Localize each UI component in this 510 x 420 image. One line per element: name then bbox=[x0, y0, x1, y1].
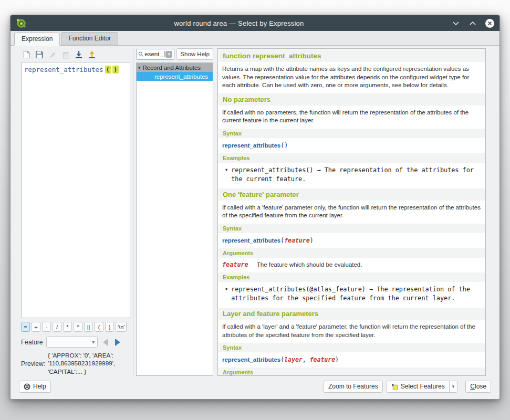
zoom-to-features-button[interactable]: Zoom to Features bbox=[324, 381, 383, 393]
help-example-15: represent_attributes(@atlas_feature) → T… bbox=[218, 283, 485, 307]
import-expressions-button[interactable] bbox=[74, 49, 84, 60]
export-expressions-button[interactable] bbox=[87, 49, 97, 60]
help-heading-0: function represent_attributes bbox=[218, 49, 485, 62]
operator-button-9[interactable]: '\n' bbox=[116, 322, 127, 332]
function-help-panel: function represent_attributesReturns a m… bbox=[217, 48, 486, 376]
tab-function-editor[interactable]: Function Editor bbox=[61, 32, 118, 45]
help-syntax-11: represent_attributes(feature) bbox=[218, 234, 485, 247]
help-heading-18: Syntax bbox=[218, 343, 485, 352]
operator-button-7[interactable]: ( bbox=[95, 322, 103, 332]
feature-bar: Feature ▾ bbox=[21, 337, 130, 348]
preview-bar: Preview: { 'APPROX': '0', 'AREA': '110,8… bbox=[21, 352, 130, 376]
edit-expression-button bbox=[47, 49, 58, 60]
tree-expander-icon[interactable]: ▾ bbox=[138, 65, 141, 70]
tab-bar: Expression Function Editor bbox=[11, 31, 499, 46]
tree-group-label: Record and Attributes bbox=[143, 65, 201, 71]
expression-toolbar bbox=[21, 48, 130, 61]
select-by-expression-dialog: world round area — Select by Expression … bbox=[10, 15, 500, 400]
chevron-down-icon: ▾ bbox=[92, 339, 95, 345]
operator-button-6[interactable]: || bbox=[84, 322, 93, 332]
operator-button-1[interactable]: + bbox=[32, 322, 40, 332]
panel-splitter[interactable] bbox=[130, 48, 136, 376]
search-icon bbox=[138, 51, 143, 57]
footer-bar: Help Zoom to Features Select Features ▾ … bbox=[11, 379, 499, 399]
titlebar: world round area — Select by Expression bbox=[11, 15, 499, 31]
expression-open-paren: ( bbox=[105, 66, 111, 74]
function-search-input[interactable]: esent_a ✕ bbox=[136, 49, 174, 60]
help-heading-12: Arguments bbox=[218, 248, 485, 258]
help-paragraph-9: If called with a 'feature' parameter onl… bbox=[218, 202, 485, 223]
expression-function-name: represent_attributes bbox=[24, 66, 103, 74]
function-list-column: esent_a ✕ Show Help ▾ Record and Attribu… bbox=[136, 48, 213, 376]
help-heading-2: No parameters bbox=[218, 93, 485, 106]
new-expression-button[interactable] bbox=[21, 49, 32, 60]
function-tree: ▾ Record and Attributes represent_attrib… bbox=[136, 62, 213, 376]
help-example-7: represent_attributes() → The representat… bbox=[218, 164, 485, 187]
show-help-button[interactable]: Show Help bbox=[176, 48, 213, 60]
operator-button-3[interactable]: / bbox=[53, 322, 61, 332]
preview-label: Preview: bbox=[21, 360, 45, 368]
help-heading-16: Layer and feature parameters bbox=[218, 308, 485, 320]
dialog-content: represent_attributes() =+-/*^||()'\n' Fe… bbox=[11, 46, 499, 379]
help-button-label: Help bbox=[33, 383, 46, 390]
operator-button-8[interactable]: ) bbox=[105, 322, 114, 332]
qgis-logo-icon bbox=[16, 18, 26, 28]
help-button[interactable]: Help bbox=[19, 381, 51, 393]
operator-button-2[interactable]: - bbox=[42, 322, 51, 332]
select-features-icon bbox=[391, 383, 398, 390]
tab-expression[interactable]: Expression bbox=[14, 33, 60, 46]
save-expression-button[interactable] bbox=[34, 49, 45, 60]
tree-item-represent-attributes[interactable]: represent_attributes bbox=[137, 72, 213, 81]
operator-button-5[interactable]: ^ bbox=[74, 322, 82, 332]
operator-button-4[interactable]: * bbox=[63, 322, 72, 332]
tree-group-record-and-attributes[interactable]: ▾ Record and Attributes bbox=[137, 63, 213, 72]
help-sections: function represent_attributesReturns a m… bbox=[218, 49, 485, 376]
help-paragraph-1: Returns a map with the attribute names a… bbox=[218, 63, 485, 92]
feature-label: Feature bbox=[21, 339, 43, 346]
help-syntax-5: represent_attributes() bbox=[218, 139, 485, 152]
previous-feature-button[interactable] bbox=[101, 338, 110, 346]
close-button-label: Close bbox=[470, 383, 486, 390]
close-button[interactable]: Close bbox=[465, 381, 491, 393]
expression-column: represent_attributes() =+-/*^||()'\n' Fe… bbox=[21, 48, 130, 376]
operator-button-0[interactable]: = bbox=[21, 322, 30, 332]
expression-code-editor[interactable]: represent_attributes() bbox=[21, 62, 130, 318]
help-syntax-19: represent_attributes(layer, feature) bbox=[218, 353, 485, 366]
next-feature-button[interactable] bbox=[113, 338, 122, 346]
select-features-label: Select Features bbox=[401, 383, 445, 390]
search-text: esent_a bbox=[144, 51, 163, 57]
help-paragraph-17: If called with a 'layer' and a 'feature'… bbox=[218, 321, 485, 342]
window-title: world round area — Select by Expression bbox=[26, 19, 452, 27]
expression-close-paren: ) bbox=[112, 66, 119, 74]
maximize-window-icon[interactable] bbox=[469, 19, 477, 27]
help-heading-6: Examples bbox=[218, 153, 485, 163]
operator-buttons: =+-/*^||()'\n' bbox=[21, 322, 130, 332]
delete-expression-button bbox=[60, 49, 71, 60]
help-heading-4: Syntax bbox=[218, 129, 485, 138]
shade-window-icon[interactable] bbox=[452, 19, 460, 27]
help-lifebuoy-icon bbox=[24, 383, 30, 390]
help-heading-8: One 'feature' parameter bbox=[218, 188, 485, 201]
help-arguments-13: featureThe feature which should be evalu… bbox=[218, 259, 485, 271]
help-heading-10: Syntax bbox=[218, 224, 485, 233]
help-heading-20: Arguments bbox=[218, 368, 485, 376]
close-window-icon[interactable] bbox=[485, 19, 494, 28]
preview-value: { 'APPROX': '0', 'AREA': '110,8639582319… bbox=[48, 352, 128, 376]
help-paragraph-3: If called with no parameters, the functi… bbox=[218, 107, 485, 128]
select-features-dropdown-icon[interactable]: ▾ bbox=[449, 381, 457, 392]
triangle-right-icon bbox=[115, 339, 120, 346]
feature-combobox[interactable]: ▾ bbox=[46, 337, 98, 348]
help-heading-14: Examples bbox=[218, 272, 485, 282]
text-cursor bbox=[164, 51, 164, 57]
clear-search-icon[interactable]: ✕ bbox=[165, 51, 172, 58]
select-features-button[interactable]: Select Features bbox=[387, 381, 449, 392]
triangle-left-icon bbox=[103, 339, 108, 346]
select-features-split-button: Select Features ▾ bbox=[387, 381, 458, 393]
search-row: esent_a ✕ Show Help bbox=[136, 48, 213, 60]
